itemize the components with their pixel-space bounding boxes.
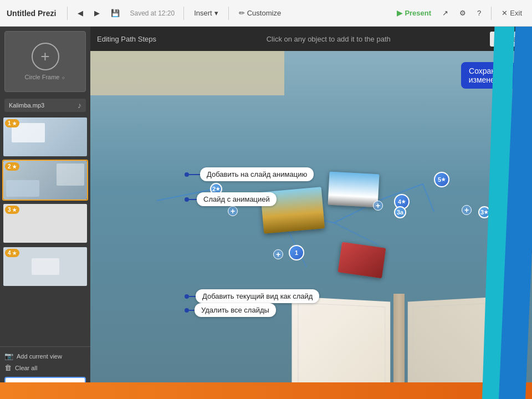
present-button[interactable]: ▶ Present — [393, 7, 434, 19]
node-3sub-label: 3a — [397, 209, 403, 216]
frame-chevron-icon: ⬦ — [62, 74, 65, 80]
star-icon-1: ★ — [12, 121, 17, 126]
back-button[interactable]: ◀ — [74, 7, 86, 19]
frame-label: Circle Frame ⬦ — [25, 74, 66, 80]
canvas-content[interactable]: 1 2 ★ 3 ★ 4 ★ 5 ★ 3 — [90, 51, 532, 399]
annotation-dot-4 — [185, 308, 189, 313]
music-bar[interactable]: Kalimba.mp3 ♪ — [4, 99, 86, 112]
annotation-box-animation: Добавить на слайд анимацию — [200, 167, 314, 181]
help-button[interactable]: ? — [474, 7, 484, 19]
insert-button[interactable]: Insert ▾ — [191, 7, 222, 19]
add-frame-button[interactable]: + Circle Frame ⬦ — [4, 31, 86, 92]
annotation-line-4 — [189, 310, 195, 311]
slide-number-1: 1 — [8, 120, 11, 126]
music-filename: Kalimba.mp3 — [9, 102, 74, 109]
path-node-3sub[interactable]: 3a — [394, 206, 406, 218]
help-icon: ? — [477, 9, 481, 17]
x-icon: ✕ — [502, 9, 508, 17]
slide-badge-1: 1 ★ — [5, 119, 19, 127]
gear-icon: ⚙ — [459, 9, 466, 17]
forward-button[interactable]: ▶ — [91, 7, 103, 19]
red-photo — [338, 242, 386, 279]
annotation-dot-1 — [185, 172, 189, 177]
trash-icon: 🗑 — [4, 364, 12, 372]
saved-timestamp: Saved at 12:20 — [130, 9, 175, 17]
annotation-line-1 — [189, 174, 200, 175]
separator-1 — [67, 7, 68, 20]
path-node-5[interactable]: 5 ★ — [434, 172, 449, 187]
annotation-add-view: Добавить текущий вид как слайд — [185, 289, 319, 303]
slide-number-2: 2 — [8, 163, 11, 170]
annotation-dot-2 — [185, 197, 189, 202]
slide-number-3: 3 — [8, 207, 11, 213]
slide-item-1[interactable]: 1 ★ — [2, 116, 88, 157]
separator-2 — [183, 7, 184, 20]
insert-label: Insert — [194, 9, 212, 17]
add-node-1[interactable]: + — [228, 206, 238, 216]
beige-shape — [90, 51, 284, 95]
node-4-star: ★ — [401, 199, 406, 204]
exit-label: Exit — [510, 9, 522, 17]
path-node-1[interactable]: 1 — [289, 245, 304, 260]
annotation-box-add-view: Добавить текущий вид как слайд — [196, 289, 319, 303]
annotation-dot-3 — [185, 294, 189, 299]
slides-list: 1 ★ 2 ★ 3 ★ — [0, 114, 90, 346]
node-2-star: ★ — [216, 186, 220, 192]
app-title: Untitled Prezi — [7, 9, 56, 18]
share-button[interactable]: ↗ — [439, 7, 452, 19]
annotation-box-slide: Слайд с анимацией — [197, 192, 277, 206]
node-3r-star: ★ — [484, 209, 488, 215]
clear-all-action[interactable]: 🗑 Clear all — [4, 362, 86, 374]
add-current-view-action[interactable]: 📷 Add current view — [4, 350, 86, 362]
annotation-line-2 — [189, 199, 197, 200]
bottom-orange-bar — [0, 382, 532, 399]
canvas-area: Editing Path Steps Click on any object t… — [90, 27, 532, 399]
pencil-icon: ✏ — [239, 9, 245, 17]
annotation-line-3 — [189, 296, 196, 297]
path-toolbar: Editing Path Steps Click on any object t… — [90, 27, 532, 51]
path-hint-text: Click on any object to add it to the pat… — [167, 35, 490, 43]
editing-path-label: Editing Path Steps — [97, 35, 156, 43]
slide-badge-3: 3 ★ — [5, 206, 19, 214]
slide-number-4: 4 — [8, 250, 11, 256]
separator-4 — [491, 7, 492, 20]
frame-label-text: Circle Frame — [25, 74, 60, 80]
add-node-3[interactable]: + — [373, 201, 383, 211]
insert-chevron-icon: ▾ — [214, 9, 218, 17]
customize-label: Customize — [247, 9, 281, 17]
music-note-icon: ♪ — [78, 101, 81, 110]
topbar: Untitled Prezi ◀ ▶ 💾 Saved at 12:20 Inse… — [0, 0, 532, 27]
annotation-slide: Слайд с анимацией — [185, 192, 277, 206]
star-icon-3: ★ — [12, 207, 17, 213]
present-label: Present — [405, 9, 431, 17]
slide-badge-4: 4 ★ — [5, 249, 19, 257]
sidebar: + Circle Frame ⬦ Kalimba.mp3 ♪ 1 ★ — [0, 27, 90, 399]
main-layout: + Circle Frame ⬦ Kalimba.mp3 ♪ 1 ★ — [0, 27, 532, 399]
annotation-clear: Удалить все слайды — [185, 303, 276, 317]
slide-item-4[interactable]: 4 ★ — [2, 246, 88, 287]
node-5-star: ★ — [441, 177, 446, 182]
play-icon: ▶ — [397, 9, 402, 17]
star-icon-2: ★ — [12, 164, 17, 170]
camera-icon: 📷 — [4, 352, 13, 360]
add-node-2[interactable]: + — [273, 249, 283, 259]
star-icon-4: ★ — [12, 250, 17, 256]
annotation-box-clear: Удалить все слайды — [195, 303, 276, 317]
node-1-label: 1 — [295, 249, 298, 256]
slide-item-2[interactable]: 2 ★ — [2, 160, 88, 201]
clear-all-label: Clear all — [15, 365, 37, 371]
share-icon: ↗ — [442, 9, 448, 17]
separator-3 — [228, 7, 229, 20]
plus-circle-icon: + — [32, 43, 59, 70]
add-current-view-label: Add current view — [17, 353, 62, 360]
slide-item-3[interactable]: 3 ★ — [2, 203, 88, 244]
annotation-animation: Добавить на слайд анимацию — [185, 167, 314, 181]
customize-button[interactable]: ✏ Customize — [236, 7, 284, 19]
exit-button[interactable]: ✕ Exit — [498, 7, 525, 19]
settings-button[interactable]: ⚙ — [456, 7, 469, 19]
save-button[interactable]: 💾 — [108, 7, 123, 19]
sky-photo — [328, 172, 379, 208]
add-node-4[interactable]: + — [462, 205, 472, 215]
slide-badge-2: 2 ★ — [5, 162, 19, 171]
